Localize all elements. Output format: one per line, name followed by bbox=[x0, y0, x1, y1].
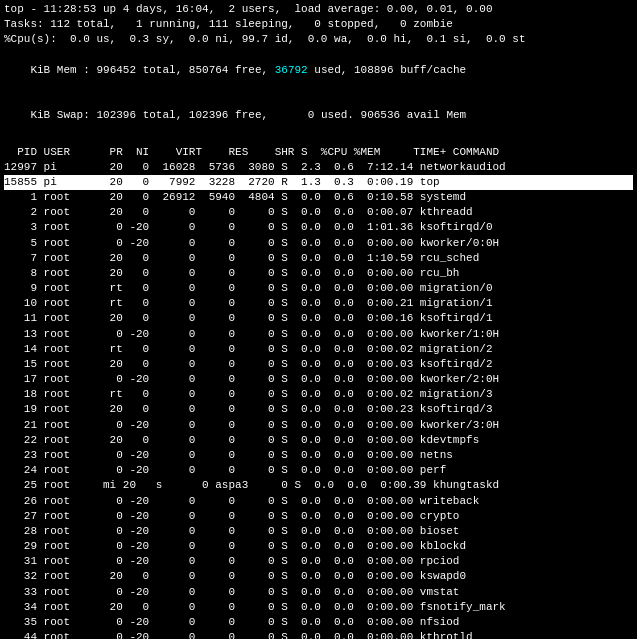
table-row: 8 root 20 0 0 0 0 S 0.0 0.0 0:00.00 rcu_… bbox=[4, 266, 633, 281]
swap-used: 0 bbox=[268, 109, 314, 121]
table-row: 2 root 20 0 0 0 0 S 0.0 0.0 0:00.07 kthr… bbox=[4, 205, 633, 220]
table-row: 13 root 0 -20 0 0 0 S 0.0 0.0 0:00.00 kw… bbox=[4, 327, 633, 342]
table-row: 11 root 20 0 0 0 0 S 0.0 0.0 0:00.16 kso… bbox=[4, 311, 633, 326]
top-line2: Tasks: 112 total, 1 running, 111 sleepin… bbox=[4, 17, 633, 32]
table-row: 15855 pi 20 0 7992 3228 2720 R 1.3 0.3 0… bbox=[4, 175, 633, 190]
mem-total-label: total, bbox=[143, 64, 183, 76]
mem-used: 36792 bbox=[268, 64, 308, 76]
swap-line: KiB Swap: 102396 total, 102396 free, 0 u… bbox=[4, 93, 633, 139]
table-row: 17 root 0 -20 0 0 0 S 0.0 0.0 0:00.00 kw… bbox=[4, 372, 633, 387]
swap-avail: 906536 bbox=[354, 109, 400, 121]
table-row: 22 root 20 0 0 0 0 S 0.0 0.0 0:00.00 kde… bbox=[4, 433, 633, 448]
mem-buff: 108896 bbox=[347, 64, 393, 76]
table-row: 24 root 0 -20 0 0 0 S 0.0 0.0 0:00.00 pe… bbox=[4, 463, 633, 478]
table-row: 34 root 20 0 0 0 0 S 0.0 0.0 0:00.00 fsn… bbox=[4, 600, 633, 615]
table-row: 19 root 20 0 0 0 0 S 0.0 0.0 0:00.23 kso… bbox=[4, 402, 633, 417]
table-row: 18 root rt 0 0 0 0 S 0.0 0.0 0:00.02 mig… bbox=[4, 387, 633, 402]
terminal-window: top - 11:28:53 up 4 days, 16:04, 2 users… bbox=[0, 0, 637, 639]
process-table: 12997 pi 20 0 16028 5736 3080 S 2.3 0.6 … bbox=[4, 160, 633, 639]
table-row: 12997 pi 20 0 16028 5736 3080 S 2.3 0.6 … bbox=[4, 160, 633, 175]
table-header: PID USER PR NI VIRT RES SHR S %CPU %MEM … bbox=[4, 145, 633, 160]
swap-label: KiB Swap: bbox=[30, 109, 89, 121]
table-row: 26 root 0 -20 0 0 0 S 0.0 0.0 0:00.00 wr… bbox=[4, 494, 633, 509]
swap-free-label: free, bbox=[235, 109, 268, 121]
top-line3: %Cpu(s): 0.0 us, 0.3 sy, 0.0 ni, 99.7 id… bbox=[4, 32, 633, 47]
swap-total: 102396 bbox=[90, 109, 136, 121]
table-row: 15 root 20 0 0 0 0 S 0.0 0.0 0:00.03 kso… bbox=[4, 357, 633, 372]
table-row: 10 root rt 0 0 0 0 S 0.0 0.0 0:00.21 mig… bbox=[4, 296, 633, 311]
table-row: 32 root 20 0 0 0 0 S 0.0 0.0 0:00.00 ksw… bbox=[4, 569, 633, 584]
table-row: 31 root 0 -20 0 0 0 S 0.0 0.0 0:00.00 rp… bbox=[4, 554, 633, 569]
table-row: 3 root 0 -20 0 0 0 S 0.0 0.0 1:01.36 kso… bbox=[4, 220, 633, 235]
table-row: 35 root 0 -20 0 0 0 S 0.0 0.0 0:00.00 nf… bbox=[4, 615, 633, 630]
swap-free: 102396 bbox=[182, 109, 228, 121]
mem-used-label: used, bbox=[314, 64, 347, 76]
table-row: 28 root 0 -20 0 0 0 S 0.0 0.0 0:00.00 bi… bbox=[4, 524, 633, 539]
table-row: 14 root rt 0 0 0 0 S 0.0 0.0 0:00.02 mig… bbox=[4, 342, 633, 357]
mem-total: 996452 bbox=[90, 64, 136, 76]
table-row: 9 root rt 0 0 0 0 S 0.0 0.0 0:00.00 migr… bbox=[4, 281, 633, 296]
table-row: 25 root mi 20 s 0 aspa3 0 S 0.0 0.0 0:00… bbox=[4, 478, 633, 493]
table-row: 5 root 0 -20 0 0 0 S 0.0 0.0 0:00.00 kwo… bbox=[4, 236, 633, 251]
mem-line: KiB Mem : 996452 total, 850764 free, 367… bbox=[4, 48, 633, 94]
swap-avail-label: avail Mem bbox=[407, 109, 466, 121]
swap-total-label: total, bbox=[143, 109, 183, 121]
mem-free: 850764 bbox=[182, 64, 228, 76]
table-row: 44 root 0 -20 0 0 0 S 0.0 0.0 0:00.00 kt… bbox=[4, 630, 633, 639]
table-row: 21 root 0 -20 0 0 0 S 0.0 0.0 0:00.00 kw… bbox=[4, 418, 633, 433]
table-row: 23 root 0 -20 0 0 0 S 0.0 0.0 0:00.00 ne… bbox=[4, 448, 633, 463]
top-line1: top - 11:28:53 up 4 days, 16:04, 2 users… bbox=[4, 2, 633, 17]
table-row: 1 root 20 0 26912 5940 4804 S 0.0 0.6 0:… bbox=[4, 190, 633, 205]
table-row: 33 root 0 -20 0 0 0 S 0.0 0.0 0:00.00 vm… bbox=[4, 585, 633, 600]
swap-used-label: used. bbox=[321, 109, 354, 121]
mem-label: KiB Mem : bbox=[30, 64, 89, 76]
table-row: 7 root 20 0 0 0 0 S 0.0 0.0 1:10.59 rcu_… bbox=[4, 251, 633, 266]
mem-buff-label: buff/cache bbox=[400, 64, 466, 76]
mem-free-label: free, bbox=[235, 64, 268, 76]
table-row: 27 root 0 -20 0 0 0 S 0.0 0.0 0:00.00 cr… bbox=[4, 509, 633, 524]
table-row: 29 root 0 -20 0 0 0 S 0.0 0.0 0:00.00 kb… bbox=[4, 539, 633, 554]
